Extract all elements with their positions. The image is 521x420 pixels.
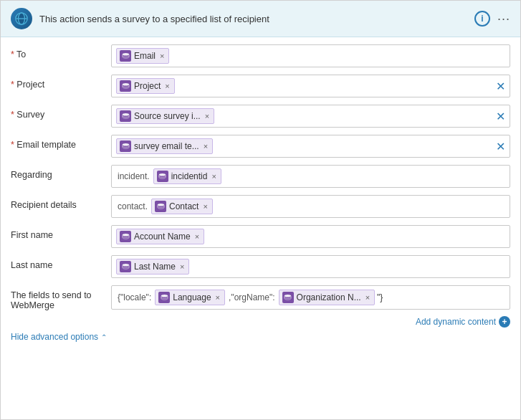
- regarding-field[interactable]: incident. incidentid ×: [111, 165, 510, 188]
- regarding-tag-close[interactable]: ×: [211, 172, 216, 181]
- svg-point-4: [122, 52, 128, 55]
- email-template-clear-btn[interactable]: ✕: [496, 140, 505, 153]
- survey-field[interactable]: Source survey i... × ✕: [111, 105, 510, 128]
- webmerge-prefix1: {"locale":: [116, 291, 153, 304]
- database-icon: [120, 80, 131, 92]
- database-icon: [158, 292, 170, 303]
- database-icon: [282, 292, 294, 303]
- more-button[interactable]: ···: [497, 11, 510, 27]
- email-template-tag-close[interactable]: ×: [204, 142, 208, 151]
- recipient-tag-label: Contact: [169, 201, 199, 211]
- last-name-tag-close[interactable]: ×: [180, 262, 184, 271]
- card-body: * To Email × * Project Project: [1, 37, 520, 352]
- survey-tag-close[interactable]: ×: [205, 112, 209, 120]
- webmerge-label: The fields to send to WebMerge: [11, 285, 111, 310]
- first-name-tag-close[interactable]: ×: [195, 232, 199, 241]
- webmerge-org-close[interactable]: ×: [365, 293, 370, 302]
- email-template-tag-label: survey email te...: [134, 141, 199, 151]
- recipient-prefix: contact.: [116, 200, 149, 213]
- database-icon: [120, 50, 131, 62]
- svg-point-12: [161, 294, 168, 297]
- regarding-tag-label: incidentid: [171, 171, 208, 181]
- project-tag-close[interactable]: ×: [165, 82, 169, 90]
- first-name-tag: Account Name ×: [116, 229, 204, 244]
- survey-row: * Survey Source survey i... × ✕: [11, 105, 510, 129]
- first-name-tag-label: Account Name: [134, 232, 191, 242]
- database-icon: [120, 110, 131, 122]
- project-row: * Project Project × ✕: [11, 75, 510, 99]
- survey-clear-btn[interactable]: ✕: [496, 110, 505, 123]
- svg-point-10: [122, 233, 128, 236]
- last-name-row: Last name Last Name ×: [11, 255, 510, 280]
- recipient-details-field[interactable]: contact. Contact ×: [111, 195, 510, 218]
- database-icon: [120, 231, 131, 242]
- email-template-field[interactable]: survey email te... × ✕: [111, 135, 510, 158]
- recipient-tag: Contact ×: [151, 199, 213, 214]
- hide-advanced-label: Hide advanced options: [11, 332, 98, 342]
- card-header: This action sends a survey to a specifie…: [1, 1, 520, 37]
- database-icon: [120, 140, 131, 152]
- regarding-row: Regarding incident. incidentid ×: [11, 165, 510, 189]
- last-name-tag: Last Name ×: [116, 259, 189, 275]
- svg-point-6: [122, 113, 128, 115]
- to-label: * To: [11, 44, 111, 59]
- webmerge-field[interactable]: {"locale": Language × ,"orgName": Organi…: [111, 285, 510, 310]
- regarding-tag: incidentid ×: [153, 168, 221, 184]
- email-template-row: * Email template survey email te... × ✕: [11, 135, 510, 159]
- project-field[interactable]: Project × ✕: [111, 75, 510, 97]
- info-button[interactable]: i: [474, 11, 490, 27]
- recipient-tag-close[interactable]: ×: [203, 202, 207, 211]
- to-tag-label: Email: [134, 51, 156, 61]
- svg-point-9: [157, 203, 163, 206]
- email-template-label: * Email template: [11, 135, 111, 150]
- survey-tag-label: Source survey i...: [134, 111, 201, 121]
- svg-point-7: [122, 143, 128, 145]
- svg-point-13: [285, 294, 291, 297]
- recipient-details-label: Recipient details: [11, 195, 111, 210]
- first-name-label: First name: [11, 225, 111, 240]
- header-title: This action sends a survey to a specifie…: [39, 14, 467, 24]
- database-icon: [120, 261, 131, 272]
- email-template-tag: survey email te... ×: [116, 138, 213, 154]
- last-name-field[interactable]: Last Name ×: [111, 255, 510, 278]
- regarding-label: Regarding: [11, 165, 111, 180]
- webmerge-tag-language: Language ×: [155, 290, 225, 305]
- webmerge-middle-text: ,"orgName":: [227, 291, 277, 304]
- webmerge-tag-org: Organization N... ×: [279, 290, 375, 305]
- last-name-tag-label: Last Name: [134, 262, 176, 272]
- svg-point-11: [122, 263, 128, 266]
- project-tag: Project ×: [116, 78, 175, 94]
- add-dynamic-content-link[interactable]: Add dynamic content +: [416, 316, 510, 328]
- project-tag-label: Project: [134, 81, 161, 91]
- survey-tag: Source survey i... ×: [116, 108, 214, 124]
- add-dynamic-icon: +: [499, 316, 510, 328]
- webmerge-org-label: Organization N...: [297, 292, 361, 302]
- to-field[interactable]: Email ×: [111, 44, 510, 67]
- project-label: * Project: [11, 75, 111, 90]
- header-logo-icon: [11, 8, 32, 29]
- database-icon: [157, 171, 168, 182]
- action-card: This action sends a survey to a specifie…: [0, 0, 521, 420]
- to-tag-email: Email ×: [116, 48, 169, 64]
- survey-label: * Survey: [11, 105, 111, 120]
- hide-advanced-options[interactable]: Hide advanced options ⌃: [11, 332, 510, 342]
- add-dynamic-label: Add dynamic content: [416, 317, 496, 327]
- chevron-up-icon: ⌃: [101, 333, 107, 341]
- first-name-field[interactable]: Account Name ×: [111, 225, 510, 248]
- dynamic-content-row: Add dynamic content +: [11, 316, 510, 328]
- regarding-prefix: incident.: [116, 170, 151, 183]
- svg-point-5: [122, 82, 128, 85]
- first-name-row: First name Account Name ×: [11, 225, 510, 249]
- to-row: * To Email ×: [11, 44, 510, 69]
- last-name-label: Last name: [11, 255, 111, 270]
- database-icon: [155, 201, 166, 212]
- svg-point-8: [159, 173, 166, 176]
- project-clear-btn[interactable]: ✕: [496, 80, 505, 93]
- webmerge-cursor: "}: [377, 292, 383, 302]
- webmerge-language-label: Language: [173, 292, 211, 302]
- webmerge-language-close[interactable]: ×: [216, 293, 220, 302]
- to-tag-close[interactable]: ×: [160, 52, 164, 60]
- webmerge-row: The fields to send to WebMerge {"locale"…: [11, 285, 510, 310]
- recipient-details-row: Recipient details contact. Contact ×: [11, 195, 510, 219]
